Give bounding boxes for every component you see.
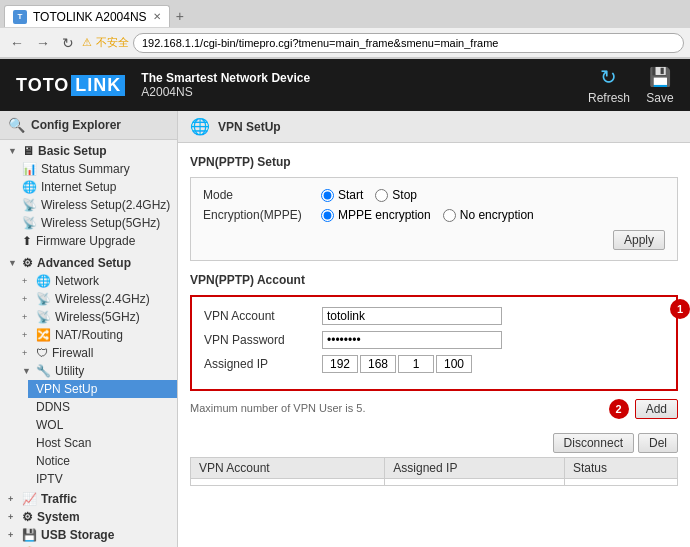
del-button[interactable]: Del [638, 433, 678, 453]
sidebar-header-label: Config Explorer [31, 118, 121, 132]
encryption-none-option[interactable]: No encryption [443, 208, 534, 222]
address-bar[interactable] [133, 33, 684, 53]
col-status: Status [564, 458, 677, 479]
tab-favicon: T [13, 10, 27, 24]
mode-stop-option[interactable]: Stop [375, 188, 417, 202]
sidebar-item-firmware[interactable]: ⬆Firmware Upgrade [14, 232, 177, 250]
expand-system: + [8, 512, 18, 522]
apply-button[interactable]: Apply [613, 230, 665, 250]
advanced-setup-label: Advanced Setup [37, 256, 131, 270]
sidebar-header: 🔍 Config Explorer [0, 111, 177, 140]
sidebar-item-advanced-setup[interactable]: ▼ ⚙ Advanced Setup [0, 254, 177, 272]
add-row: Maximum number of VPN User is 5. 2 Add [190, 399, 678, 419]
sidebar-item-notice[interactable]: Notice [28, 452, 177, 470]
tab-close-button[interactable]: ✕ [153, 11, 161, 22]
mode-stop-radio[interactable] [375, 189, 388, 202]
back-button[interactable]: ← [6, 33, 28, 53]
mode-start-radio[interactable] [321, 189, 334, 202]
sidebar-item-system[interactable]: +⚙System [0, 508, 177, 526]
network-icon: 🌐 [36, 274, 51, 288]
refresh-label: Refresh [588, 91, 630, 105]
ip-octet1-input[interactable] [322, 355, 358, 373]
encryption-label: Encryption(MPPE) [203, 208, 313, 222]
cell-assigned-ip [385, 479, 565, 486]
account-section-wrapper: VPN Account VPN Password Assigned IP [190, 295, 678, 419]
ip-octet2-input[interactable] [360, 355, 396, 373]
col-assigned-ip: Assigned IP [385, 458, 565, 479]
sidebar-item-status-summary[interactable]: 📊Status Summary [14, 160, 177, 178]
expand-icon-adv: ▼ [8, 258, 18, 268]
encryption-mppe-radio[interactable] [321, 209, 334, 222]
sidebar-item-wireless-5[interactable]: 📡Wireless Setup(5GHz) [14, 214, 177, 232]
sidebar-item-traffic[interactable]: +📈Traffic [0, 490, 177, 508]
sidebar-item-ddns[interactable]: DDNS [28, 398, 177, 416]
system-icon: ⚙ [22, 510, 33, 524]
content-header: 🌐 VPN SetUp [178, 111, 690, 143]
vpn-password-input[interactable] [322, 331, 502, 349]
sidebar-item-usb-storage[interactable]: +💾USB Storage [0, 526, 177, 544]
forward-button[interactable]: → [32, 33, 54, 53]
sidebar-item-vpn-setup[interactable]: VPN SetUp [28, 380, 177, 398]
main-layout: 🔍 Config Explorer ▼ 🖥 Basic Setup 📊Statu… [0, 111, 690, 547]
encryption-none-label: No encryption [460, 208, 534, 222]
sidebar-item-wireless-24ghz[interactable]: +📡Wireless(2.4GHz) [14, 290, 177, 308]
table-actions: Disconnect Del [190, 433, 678, 453]
vpn-header-icon: 🌐 [190, 117, 210, 136]
sidebar-item-basic-setup[interactable]: ▼ 🖥 Basic Setup [0, 142, 177, 160]
vpn-account-input[interactable] [322, 307, 502, 325]
assigned-ip-row: Assigned IP [204, 355, 664, 373]
add-button[interactable]: Add [635, 399, 678, 419]
nav-bar: ← → ↻ ⚠ 不安全 [0, 28, 690, 58]
sidebar-item-firewall[interactable]: +🛡Firewall [14, 344, 177, 362]
table-row [191, 479, 678, 486]
apply-row: Apply [203, 230, 665, 250]
account-section: VPN Account VPN Password Assigned IP [190, 295, 678, 391]
encryption-mppe-option[interactable]: MPPE encryption [321, 208, 431, 222]
expand-w24: + [22, 294, 32, 304]
badge-2: 2 [609, 399, 629, 419]
vpn-table-body [191, 479, 678, 486]
expand-icon: ▼ [8, 146, 18, 156]
sidebar-item-host-scan[interactable]: Host Scan [28, 434, 177, 452]
tab-label: TOTOLINK A2004NS [33, 10, 147, 24]
mode-label: Mode [203, 188, 313, 202]
refresh-button[interactable]: ↻ Refresh [588, 65, 630, 105]
basic-setup-icon: 🖥 [22, 144, 34, 158]
sidebar-item-utility[interactable]: ▼🔧Utility [14, 362, 177, 380]
expand-utility: ▼ [22, 366, 32, 376]
mode-start-option[interactable]: Start [321, 188, 363, 202]
advanced-icon: ⚙ [22, 256, 33, 270]
sidebar-item-iptv[interactable]: IPTV [28, 470, 177, 488]
search-icon: 🔍 [8, 117, 25, 133]
firewall-icon: 🛡 [36, 346, 48, 360]
disconnect-button[interactable]: Disconnect [553, 433, 634, 453]
encryption-none-radio[interactable] [443, 209, 456, 222]
ip-input-group [322, 355, 472, 373]
sidebar-item-nat-routing[interactable]: +🔀NAT/Routing [14, 326, 177, 344]
reload-button[interactable]: ↻ [58, 33, 78, 53]
mode-radio-group: Start Stop [321, 188, 417, 202]
assigned-ip-label: Assigned IP [204, 357, 314, 371]
security-icon: ⚠ [82, 36, 92, 49]
sidebar-item-wol[interactable]: WOL [28, 416, 177, 434]
sidebar-item-network[interactable]: +🌐Network [14, 272, 177, 290]
cell-status [564, 479, 677, 486]
w24-icon: 📡 [36, 292, 51, 306]
new-tab-button[interactable]: + [172, 8, 188, 24]
sidebar-item-internet-setup[interactable]: 🌐Internet Setup [14, 178, 177, 196]
active-tab[interactable]: T TOTOLINK A2004NS ✕ [4, 5, 170, 27]
sidebar: 🔍 Config Explorer ▼ 🖥 Basic Setup 📊Statu… [0, 111, 178, 547]
expand-nat: + [22, 330, 32, 340]
sidebar-item-wireless-5ghz[interactable]: +📡Wireless(5GHz) [14, 308, 177, 326]
router-header: TOTO LINK The Smartest Network Device A2… [0, 59, 690, 111]
vpn-table-header-row: VPN Account Assigned IP Status [191, 458, 678, 479]
wireless-24-icon: 📡 [22, 198, 37, 212]
save-button[interactable]: 💾 Save [646, 65, 674, 105]
ip-octet3-input[interactable] [398, 355, 434, 373]
ip-octet4-input[interactable] [436, 355, 472, 373]
expand-fw: + [22, 348, 32, 358]
sidebar-item-wireless-24[interactable]: 📡Wireless Setup(2.4GHz) [14, 196, 177, 214]
model-name: A2004NS [141, 85, 310, 99]
firmware-icon: ⬆ [22, 234, 32, 248]
wireless-5-icon: 📡 [22, 216, 37, 230]
